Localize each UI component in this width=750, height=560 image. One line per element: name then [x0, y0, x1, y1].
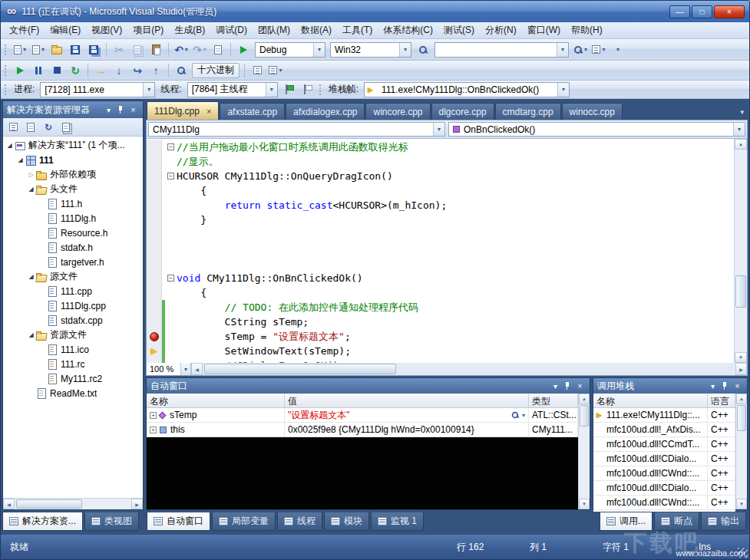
dropdown-icon[interactable]: ▾: [602, 46, 605, 53]
callstack-row[interactable]: ▶mfc100ud.dll!CDialo...C++: [593, 481, 735, 496]
dropdown-icon[interactable]: ▾: [584, 46, 587, 53]
chevron-down-icon[interactable]: ▾: [313, 43, 325, 57]
scrollbar-track[interactable]: [579, 404, 590, 499]
window-position-icon[interactable]: ▾: [550, 380, 561, 391]
start-debugging-button[interactable]: [235, 41, 252, 58]
toolbar-grip[interactable]: [319, 84, 322, 96]
chevron-down-icon[interactable]: ▾: [143, 83, 154, 97]
scrollbar-thumb[interactable]: [16, 499, 82, 509]
indicator-margin[interactable]: ▶: [147, 344, 162, 358]
window-position-icon[interactable]: ▾: [707, 380, 719, 391]
watch-button[interactable]: [173, 62, 190, 79]
show-all-files-button[interactable]: [24, 120, 38, 134]
tree-item[interactable]: My111.rc2: [3, 371, 143, 386]
scroll-left-icon[interactable]: ◀: [3, 499, 15, 509]
stack-frame-dropdown[interactable]: ▶111.exe!CMy111Dlg::OnBnClickedOk()▾: [364, 82, 570, 97]
value-tools[interactable]: ▾: [510, 410, 525, 420]
collapse-icon[interactable]: ◢: [15, 156, 25, 163]
callstack-row[interactable]: ▶mfc100ud.dll!_AfxDis...C++: [593, 423, 735, 437]
tool-window-tab[interactable]: 线程: [277, 512, 322, 531]
fold-margin[interactable]: −: [165, 275, 177, 282]
tree-item[interactable]: stdafx.cpp: [3, 313, 143, 328]
scrollbar-track[interactable]: [736, 404, 747, 499]
callstack-row[interactable]: ▶mfc100ud.dll!CWnd::...C++: [593, 496, 735, 510]
scrollbar-track[interactable]: [735, 150, 747, 352]
tool-window-tab[interactable]: 断点: [654, 512, 699, 531]
menu-item-4[interactable]: 生成(B): [169, 21, 210, 39]
chevron-down-icon[interactable]: ▾: [399, 43, 411, 57]
fold-collapse-icon[interactable]: −: [167, 143, 174, 150]
autos-column-header[interactable]: 名称: [147, 394, 285, 407]
view-class-diagram-button[interactable]: [59, 120, 73, 134]
menu-item-6[interactable]: 团队(M): [253, 21, 296, 39]
scrollbar-thumb[interactable]: [735, 275, 746, 308]
menu-item-12[interactable]: 窗口(W): [522, 21, 566, 39]
process-dropdown[interactable]: [7128] 111.exe▾: [40, 82, 155, 97]
tree-item[interactable]: 111.rc: [3, 357, 143, 371]
editor-tab[interactable]: cmdtarg.cpp: [495, 103, 561, 120]
pin-icon[interactable]: [115, 104, 127, 115]
tool-window-tab[interactable]: 解决方案资...: [2, 512, 83, 531]
open-file-button[interactable]: [48, 41, 65, 58]
tree-item[interactable]: ReadMe.txt: [3, 386, 143, 400]
expand-icon[interactable]: +: [150, 412, 157, 419]
tab-list-icon[interactable]: ▾: [740, 108, 744, 116]
tree-item[interactable]: 111.ico: [3, 342, 143, 357]
tree-item[interactable]: targetver.h: [3, 255, 143, 269]
menu-item-10[interactable]: 测试(S): [438, 21, 480, 39]
scrollbar-thumb[interactable]: [204, 364, 396, 374]
tree-item[interactable]: ◢头文件: [3, 182, 143, 196]
menu-item-2[interactable]: 视图(V): [86, 21, 127, 39]
close-icon[interactable]: ×: [574, 380, 586, 391]
tree-item[interactable]: stdafx.h: [3, 240, 143, 255]
paste-button[interactable]: [147, 41, 164, 58]
indicator-margin[interactable]: [147, 315, 162, 329]
collapse-icon[interactable]: ◢: [5, 142, 15, 149]
cut-button[interactable]: ✂: [111, 41, 127, 58]
tool-window-tab[interactable]: 输出: [701, 512, 746, 531]
dropdown-icon[interactable]: ▾: [41, 46, 45, 53]
callstack-column-header[interactable]: 名称: [593, 394, 708, 407]
editor-tab[interactable]: afxstate.cpp: [220, 103, 285, 120]
autos-titlebar[interactable]: 自动窗口 ▾ ×: [147, 378, 590, 394]
title-bar[interactable]: ∞ 111 (正在调试) - Microsoft Visual Studio(管…: [1, 1, 749, 22]
window-position-icon[interactable]: ▾: [103, 104, 114, 115]
tool-window-tab[interactable]: 类视图: [84, 512, 139, 531]
redo-button[interactable]: ↷▾: [191, 41, 208, 58]
solution-explorer-titlebar[interactable]: 解决方案资源管理器 ▾ ×: [3, 101, 143, 118]
fold-margin[interactable]: −: [165, 143, 177, 150]
menu-item-11[interactable]: 分析(N): [480, 21, 522, 39]
tree-item[interactable]: Resource.h: [3, 226, 143, 240]
close-icon[interactable]: ×: [732, 380, 743, 391]
indicator-margin[interactable]: [147, 140, 162, 154]
editor-tab[interactable]: dlgcore.cpp: [431, 103, 494, 120]
member-dropdown[interactable]: OnBnClickedOk() ▾: [448, 122, 745, 137]
pause-button[interactable]: [30, 62, 47, 79]
thread-dropdown[interactable]: [7864] 主线程▾: [187, 82, 278, 97]
close-button[interactable]: ×: [714, 5, 745, 18]
callstack-row[interactable]: ▶mfc100ud.dll!CDialo...C++: [593, 452, 735, 466]
solution-explorer-hscrollbar[interactable]: ◀ ▶: [3, 498, 143, 509]
save-all-button[interactable]: [85, 41, 102, 58]
callstack-row[interactable]: ▶111.exe!CMy111Dlg::...C++: [593, 408, 735, 423]
scroll-up-icon[interactable]: ▲: [736, 394, 747, 404]
collapse-icon[interactable]: ◢: [26, 273, 36, 280]
scrollbar-thumb[interactable]: [737, 405, 746, 431]
indicator-margin[interactable]: [147, 300, 162, 315]
maximize-button[interactable]: □: [692, 5, 712, 18]
scroll-down-icon[interactable]: ▼: [736, 499, 747, 509]
tool-window-tab[interactable]: 调用...: [600, 512, 653, 531]
callstack-column-header[interactable]: 语言: [708, 394, 735, 407]
tree-item[interactable]: ◢解决方案“111” (1 个项...: [3, 138, 143, 153]
editor-tab[interactable]: 111Dlg.cpp×: [147, 101, 219, 120]
solution-platforms-dropdown[interactable]: Win32▾: [330, 42, 411, 58]
tree-item[interactable]: 111.h: [3, 196, 143, 211]
indicator-margin[interactable]: [147, 154, 162, 169]
chevron-down-icon[interactable]: ▾: [733, 123, 745, 136]
continue-button[interactable]: [12, 62, 28, 79]
callstack-row[interactable]: ▶mfc100ud.dll!CWnd::...C++: [593, 466, 735, 481]
scroll-left-icon[interactable]: ◀: [191, 363, 203, 375]
output-window-button[interactable]: [249, 62, 266, 79]
indicator-margin[interactable]: [147, 198, 162, 212]
fold-collapse-icon[interactable]: −: [167, 275, 174, 282]
